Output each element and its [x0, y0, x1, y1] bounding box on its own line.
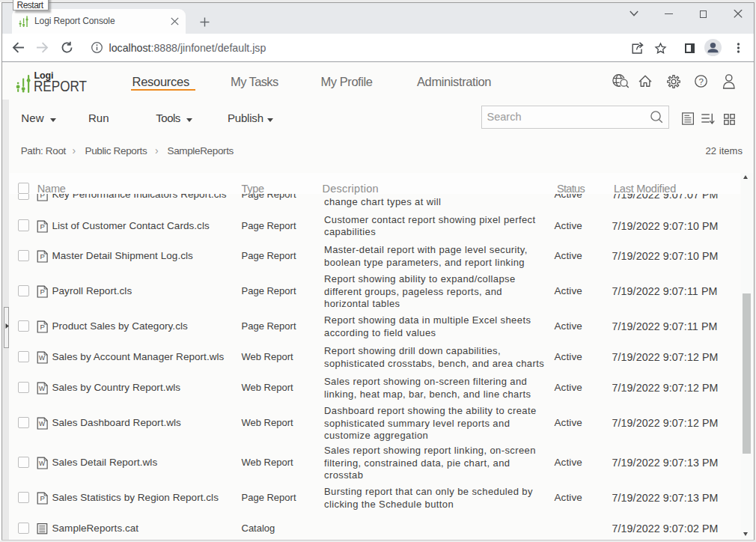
svg-text:W: W — [39, 385, 46, 392]
svg-text:P: P — [40, 323, 44, 331]
svg-text:P: P — [40, 287, 44, 296]
svg-text:W: W — [39, 420, 46, 427]
svg-text:P: P — [40, 222, 44, 230]
svg-text:P: P — [40, 494, 44, 502]
svg-text:?: ? — [698, 77, 703, 86]
svg-text:W: W — [39, 354, 46, 362]
svg-text:P: P — [40, 252, 44, 261]
svg-text:W: W — [39, 460, 46, 467]
